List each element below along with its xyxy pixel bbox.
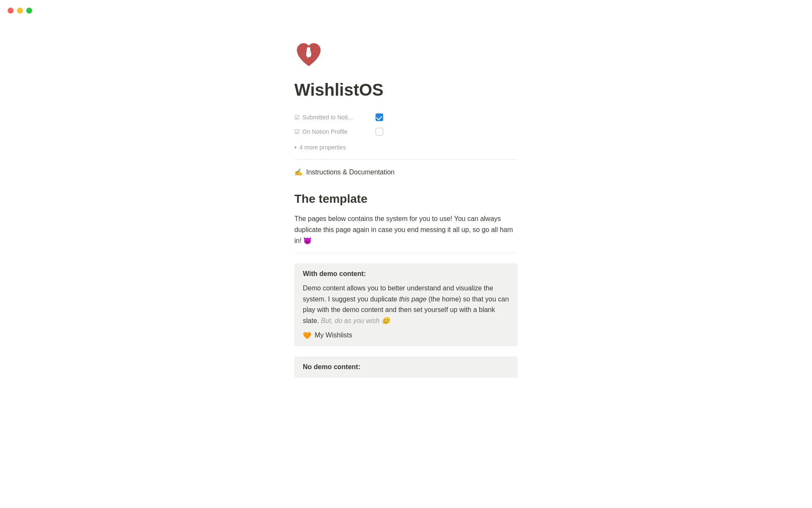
main-heading: The template <box>294 191 518 207</box>
demo-box-title: With demo content: <box>303 270 509 278</box>
close-button[interactable] <box>8 8 14 14</box>
property-row-submitted: ☑ Submitted to Noti... <box>294 110 518 124</box>
more-properties-label: 4 more properties <box>299 144 346 151</box>
wishlists-label: My Wishlists <box>315 331 352 339</box>
property-value-on-notion[interactable] <box>376 128 383 135</box>
chevron-down-icon: ▾ <box>294 145 297 150</box>
property-value-submitted[interactable] <box>376 113 383 121</box>
checkbox-on-notion[interactable] <box>376 128 383 135</box>
demo-box-body: Demo content allows you to better unders… <box>303 283 509 326</box>
demo-content-box: With demo content: Demo content allows y… <box>294 263 518 346</box>
demo-text-muted: But, do as you wish 😊 <box>321 317 390 324</box>
property-label-text-on-notion: On Notion Profile <box>302 128 348 135</box>
traffic-lights <box>8 8 32 14</box>
instructions-label: Instructions & Documentation <box>306 168 395 176</box>
divider-1 <box>294 159 518 160</box>
no-demo-content-box: No demo content: <box>294 356 518 378</box>
checkbox-label-icon-on-notion: ☑ <box>294 128 300 135</box>
demo-text-italic: this page <box>399 295 427 303</box>
no-demo-box-title: No demo content: <box>303 363 509 371</box>
checkbox-label-icon-submitted: ☑ <box>294 114 300 121</box>
checkbox-submitted[interactable] <box>376 113 383 121</box>
instructions-link[interactable]: ✍️ Instructions & Documentation <box>294 166 518 178</box>
property-label-submitted: ☑ Submitted to Noti... <box>294 114 370 121</box>
wishlists-link[interactable]: 🧡 My Wishlists <box>303 331 509 340</box>
page-content: WishlistOS ☑ Submitted to Noti... ☑ On N… <box>254 0 558 462</box>
divider-2 <box>294 253 518 253</box>
property-label-on-notion: ☑ On Notion Profile <box>294 128 370 135</box>
property-row-on-notion: ☑ On Notion Profile <box>294 124 518 139</box>
page-icon <box>294 41 323 69</box>
instructions-emoji: ✍️ <box>294 168 303 176</box>
more-properties[interactable]: ▾ 4 more properties <box>294 142 518 152</box>
minimize-button[interactable] <box>17 8 23 14</box>
page-title: WishlistOS <box>294 80 518 100</box>
main-body-text: The pages below contains the system for … <box>294 213 518 246</box>
properties-section: ☑ Submitted to Noti... ☑ On Notion Profi… <box>294 110 518 139</box>
property-label-text-submitted: Submitted to Noti... <box>302 114 353 121</box>
wishlists-emoji: 🧡 <box>303 331 311 340</box>
maximize-button[interactable] <box>26 8 32 14</box>
